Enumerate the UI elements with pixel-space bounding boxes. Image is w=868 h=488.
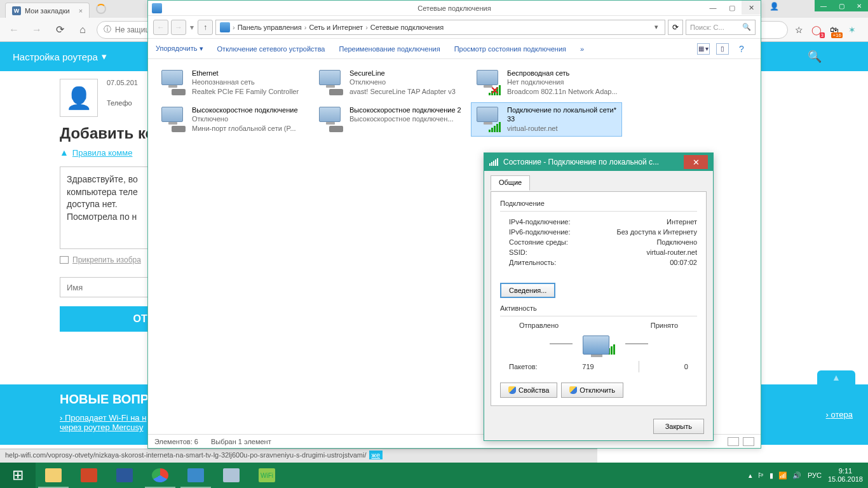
shield-icon [569,386,577,394]
label: IPv4-подключение: [509,218,571,226]
properties-button[interactable]: Свойства [500,383,557,398]
group-heading: Активность [500,304,697,312]
computer-icon [583,336,609,355]
taskbar-powerpoint[interactable] [71,463,107,488]
vk-icon: W [12,6,21,15]
packets-received: 0 [684,363,688,370]
breadcrumb-item[interactable]: Сеть и Интернет [309,24,363,31]
taskbar-word[interactable] [107,463,142,488]
item-count: Элементов: 6 [154,438,198,445]
tab-general[interactable]: Общие [491,175,530,191]
scroll-top-button[interactable]: ▲ [817,370,855,384]
value: Без доступа к Интернету [616,228,697,236]
disconnected-icon: ✕ [491,85,499,97]
disable-device-button[interactable]: Отключение сетевого устройства [217,45,325,53]
organize-menu[interactable]: Упорядочить ▾ [156,44,203,53]
close-button[interactable]: ✕ [684,155,708,169]
avast-icon[interactable]: ✶ [846,24,858,36]
connection-item-broadband2[interactable]: Высокоскоростное подключение 2 Высокоско… [313,102,465,137]
chrome-profile-icon[interactable]: 👤 [770,2,779,11]
dialog-titlebar[interactable]: Состояние - Подключение по локальной с..… [484,153,713,171]
back-button[interactable]: ← [153,20,168,35]
star-icon[interactable]: ☆ [793,24,804,36]
view-options-button[interactable]: ▦ ▾ [697,43,710,55]
connection-item-ethernet[interactable]: Ethernet Неопознанная сеть Realtek PCIe … [156,65,307,100]
command-toolbar: Упорядочить ▾ Отключение сетевого устрой… [148,39,761,59]
close-icon[interactable]: ✕ [850,0,868,11]
site-title[interactable]: Настройка роутера ▾ [13,51,107,62]
value: virtual-router.net [647,248,697,256]
connection-status-dialog: Состояние - Подключение по локальной с..… [484,152,714,441]
start-button[interactable]: ⊞ [0,463,36,488]
taskbar-control-panel[interactable] [178,463,214,488]
details-button[interactable]: Сведения... [500,283,555,298]
window-icon [152,3,162,13]
group-heading: Подключение [500,200,697,207]
search-input[interactable]: Поиск: С... 🔍 [686,20,756,35]
chevron-down-icon: ▾ [200,44,203,52]
connection-item-virtual-router[interactable]: Подключение по локальной сети* 33 virtua… [471,102,622,137]
back-button[interactable]: ← [5,21,23,39]
tray-up-icon[interactable]: ▴ [749,471,752,480]
maximize-icon[interactable]: ▢ [832,0,850,11]
connection-item-secureline[interactable]: SecureLine Отключено avast! SecureLine T… [313,65,465,100]
minimize-icon[interactable]: — [815,0,832,11]
close-button[interactable]: Закрыть [653,419,704,434]
taskbar-chrome[interactable] [142,463,178,488]
breadcrumb[interactable]: › Панель управления › Сеть и Интернет › … [215,20,665,35]
close-button[interactable]: ✕ [742,1,761,15]
taskbar-explorer[interactable] [36,463,71,488]
overflow-icon[interactable]: » [580,45,584,53]
system-tray: ▴ 🏳 ▮ 📶 🔊 РУС 9:11 15.06.2018 [749,467,868,484]
forward-button[interactable]: → [28,21,46,39]
connection-item-broadband1[interactable]: Высокоскоростное подключение Отключено М… [156,102,307,137]
language-indicator[interactable]: РУС [808,471,822,479]
badge: +16 [831,32,843,38]
chevron-down-icon[interactable]: ▾ [652,23,661,31]
network-icon[interactable]: 📶 [778,471,787,480]
close-icon[interactable]: × [79,7,83,15]
opera-icon[interactable]: ◯3 [811,24,822,36]
window-titlebar[interactable]: Сетевые подключения — ▢ ✕ [148,1,761,16]
folder-icon [220,22,230,32]
action-center-icon[interactable]: 🏳 [757,471,764,479]
refresh-button[interactable]: ⟳ [668,20,683,35]
packets-label: Пакетов: [509,363,538,370]
tab-title: Мои закладки [25,7,70,15]
reload-button[interactable]: ⟳ [51,21,69,39]
rename-connection-button[interactable]: Переименование подключения [339,45,440,53]
history-dropdown-icon[interactable]: ▾ [189,23,195,32]
value: Интернет [667,218,697,226]
volume-icon[interactable]: 🔊 [792,471,801,480]
disable-button[interactable]: Отключить [561,383,623,398]
up-button[interactable]: ↑ [198,20,213,35]
ext-icon[interactable]: 🛍+16 [829,24,840,36]
browser-status-bar: help-wifi.com/voprosy-otvety/nizkaya-sko… [0,449,597,463]
search-button[interactable]: 🔍 [761,42,868,71]
battery-icon[interactable]: ▮ [770,471,773,480]
preview-pane-button[interactable]: ▯ [716,43,729,55]
activity-diagram [500,333,697,355]
info-icon: ⓘ [104,24,111,35]
taskbar-wifi-tool[interactable]: WiFi [249,463,285,488]
forward-button[interactable]: → [171,20,186,35]
taskbar-app[interactable] [214,463,249,488]
background-window-buttons: — ▢ ✕ [815,0,868,11]
home-button[interactable]: ⌂ [74,21,92,39]
search-icon: 🔍 [742,23,751,31]
windows-taskbar: ⊞ WiFi ▴ 🏳 ▮ 📶 🔊 РУС 9:11 15.06.2018 [0,463,868,488]
window-title: Сетевые подключения [417,4,491,12]
clock[interactable]: 9:11 15.06.2018 [828,467,863,484]
browser-tab[interactable]: W Мои закладки × [5,3,90,18]
breadcrumb-item[interactable]: Сетевые подключения [370,24,444,31]
help-icon[interactable]: ? [735,43,748,55]
view-status-button[interactable]: Просмотр состояния подключения [454,45,566,53]
large-icons-view-icon[interactable] [743,437,754,446]
minimize-button[interactable]: — [703,1,722,15]
breadcrumb-item[interactable]: Панель управления [238,24,302,31]
url-text: Не защищ [115,25,151,34]
details-view-icon[interactable] [728,437,739,446]
maximize-button[interactable]: ▢ [722,1,742,15]
label: IPv6-подключение: [509,228,571,236]
connection-item-wifi[interactable]: ✕ Беспроводная сеть Нет подключения Broa… [471,65,622,100]
